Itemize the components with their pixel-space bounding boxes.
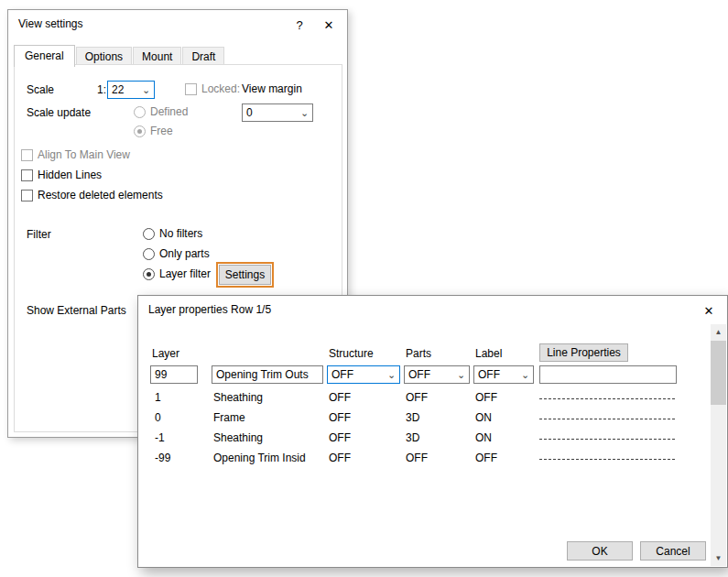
scale-update-defined-radio[interactable]: Defined: [134, 105, 188, 118]
radio-circle: [134, 125, 146, 137]
label-value: OFF: [474, 368, 517, 381]
row-label: OFF: [475, 391, 497, 404]
view-margin-combobox[interactable]: 0 ⌄: [242, 103, 313, 122]
checkbox-box: [21, 169, 33, 181]
parts-dropdown[interactable]: OFF ⌄: [404, 365, 470, 384]
row-layer: 1: [155, 391, 161, 404]
close-icon[interactable]: ✕: [696, 299, 722, 321]
parts-value: OFF: [405, 368, 453, 381]
close-icon[interactable]: ✕: [314, 12, 343, 38]
checkbox-box: [185, 83, 197, 95]
row-label: ON: [475, 431, 492, 444]
no-filters-radio[interactable]: No filters: [143, 227, 202, 240]
line-properties-button[interactable]: Line Properties: [539, 343, 628, 362]
row-structure: OFF: [329, 431, 351, 444]
radio-circle: [143, 248, 155, 260]
scale-prefix-label: 1:: [97, 83, 106, 96]
no-filters-label: No filters: [159, 227, 202, 240]
row-parts: OFF: [406, 452, 428, 464]
cancel-button[interactable]: Cancel: [640, 541, 706, 561]
row-parts: 3D: [406, 411, 419, 424]
settings-button[interactable]: Settings: [219, 265, 271, 285]
scale-update-free-radio[interactable]: Free: [134, 125, 173, 137]
chevron-down-icon[interactable]: ⌄: [517, 366, 533, 383]
scale-label: Scale: [27, 83, 54, 96]
chevron-down-icon[interactable]: ⌄: [138, 82, 154, 98]
line-style-sample: [539, 439, 675, 440]
tab-general[interactable]: General: [14, 45, 75, 67]
layer-properties-dialog: Layer properties Row 1/5 ✕ ▲ ▼ Layer Str…: [137, 295, 728, 568]
scale-update-label: Scale update: [27, 106, 91, 119]
restore-deleted-elements-label: Restore deleted elements: [38, 189, 163, 201]
hidden-lines-label: Hidden Lines: [38, 169, 102, 181]
row-name: Sheathing: [213, 431, 263, 444]
column-header-label: Label: [475, 347, 502, 360]
layer-filter-radio[interactable]: Layer filter: [143, 267, 211, 280]
vertical-scrollbar[interactable]: ▲ ▼: [711, 324, 726, 566]
restore-deleted-elements-checkbox[interactable]: Restore deleted elements: [21, 189, 163, 201]
scrollbar-thumb[interactable]: [711, 341, 726, 405]
free-label: Free: [150, 125, 173, 137]
chevron-down-icon[interactable]: ⌄: [297, 104, 312, 121]
show-external-parts-label: Show External Parts: [27, 304, 126, 317]
view-settings-title: View settings: [8, 17, 82, 30]
ok-button[interactable]: OK: [567, 541, 633, 561]
layer-properties-title: Layer properties Row 1/5: [138, 303, 271, 316]
align-to-main-view-checkbox[interactable]: Align To Main View: [21, 148, 130, 161]
layer-filter-label: Layer filter: [159, 267, 211, 280]
row-label: OFF: [475, 452, 497, 464]
view-margin-label: View margin: [242, 82, 302, 95]
column-header-parts: Parts: [406, 347, 431, 360]
defined-label: Defined: [150, 105, 188, 118]
row-name: Opening Trim Insid: [213, 452, 306, 464]
column-header-layer: Layer: [152, 347, 179, 360]
structure-value: OFF: [328, 368, 384, 381]
scale-value: 22: [108, 83, 138, 96]
layer-number-input[interactable]: 99: [150, 365, 198, 384]
chevron-down-icon[interactable]: ⌄: [453, 366, 469, 383]
scroll-down-icon[interactable]: ▼: [711, 550, 726, 566]
chevron-down-icon[interactable]: ⌄: [384, 366, 399, 383]
row-layer: -1: [155, 431, 165, 444]
layer-name-input[interactable]: Opening Trim Outs: [212, 365, 323, 384]
scale-combobox[interactable]: 22 ⌄: [107, 81, 155, 99]
line-style-sample: [539, 398, 675, 399]
row-structure: OFF: [329, 411, 351, 424]
checkbox-box: [21, 149, 33, 161]
help-icon[interactable]: ?: [285, 12, 314, 38]
row-label: ON: [475, 411, 492, 424]
row-layer: 0: [155, 411, 161, 424]
label-dropdown[interactable]: OFF ⌄: [473, 365, 534, 384]
line-style-sample: [539, 459, 675, 460]
desktop: View settings ? ✕ General Options Mount …: [0, 0, 728, 577]
align-to-main-view-label: Align To Main View: [38, 148, 130, 161]
row-layer: -99: [155, 452, 170, 464]
locked-label: Locked:: [201, 82, 240, 95]
scroll-up-icon[interactable]: ▲: [711, 324, 726, 340]
row-parts: OFF: [406, 391, 428, 404]
row-name: Frame: [213, 411, 245, 424]
row-name: Sheathing: [213, 391, 263, 404]
only-parts-label: Only parts: [159, 247, 210, 260]
layer-properties-titlebar[interactable]: Layer properties Row 1/5: [138, 296, 727, 323]
radio-circle: [143, 228, 155, 240]
view-margin-value: 0: [243, 106, 297, 119]
radio-circle: [134, 106, 146, 118]
filter-label: Filter: [27, 228, 51, 241]
row-parts: 3D: [406, 431, 419, 444]
radio-circle: [143, 268, 155, 280]
checkbox-box: [21, 190, 33, 201]
only-parts-radio[interactable]: Only parts: [143, 247, 210, 260]
locked-checkbox[interactable]: Locked:: [185, 82, 240, 95]
hidden-lines-checkbox[interactable]: Hidden Lines: [21, 169, 102, 181]
row-structure: OFF: [329, 452, 351, 464]
row-structure: OFF: [329, 391, 351, 404]
line-style-sample: [539, 419, 675, 419]
column-header-structure: Structure: [329, 347, 374, 360]
line-properties-input[interactable]: [539, 365, 677, 384]
structure-dropdown[interactable]: OFF ⌄: [327, 365, 400, 384]
